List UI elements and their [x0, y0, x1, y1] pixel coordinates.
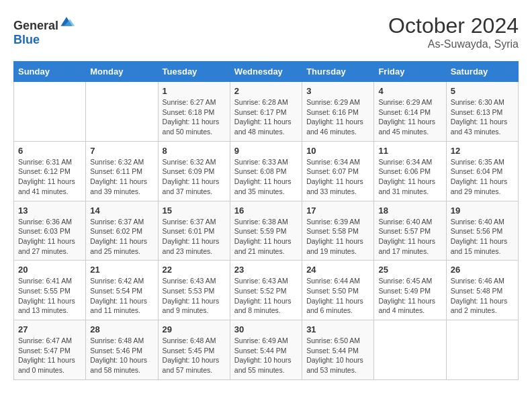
- day-number: 5: [451, 86, 514, 96]
- calendar-cell: [86, 82, 158, 142]
- day-header-wednesday: Wednesday: [230, 62, 302, 82]
- day-info: Sunrise: 6:50 AM Sunset: 5:44 PM Dayligh…: [306, 336, 369, 375]
- day-info: Sunrise: 6:39 AM Sunset: 5:58 PM Dayligh…: [306, 217, 369, 257]
- day-number: 12: [451, 146, 514, 156]
- calendar-cell: 3Sunrise: 6:29 AM Sunset: 6:16 PM Daylig…: [302, 82, 374, 142]
- day-info: Sunrise: 6:38 AM Sunset: 5:59 PM Dayligh…: [234, 217, 298, 257]
- calendar-cell: 4Sunrise: 6:29 AM Sunset: 6:14 PM Daylig…: [374, 82, 446, 142]
- logo: General Blue: [13, 13, 75, 47]
- calendar-cell: 30Sunrise: 6:49 AM Sunset: 5:44 PM Dayli…: [230, 320, 302, 380]
- day-info: Sunrise: 6:34 AM Sunset: 6:06 PM Dayligh…: [378, 157, 441, 197]
- week-row: 20Sunrise: 6:41 AM Sunset: 5:55 PM Dayli…: [14, 261, 519, 320]
- day-header-tuesday: Tuesday: [158, 62, 230, 82]
- day-number: 19: [451, 205, 514, 216]
- title-block: October 2024 As-Suwayda, Syria: [388, 13, 519, 50]
- day-header-sunday: Sunday: [14, 62, 86, 82]
- header-row: SundayMondayTuesdayWednesdayThursdayFrid…: [14, 62, 519, 82]
- calendar-cell: 7Sunrise: 6:32 AM Sunset: 6:11 PM Daylig…: [86, 141, 158, 201]
- day-number: 17: [306, 205, 369, 216]
- calendar-cell: [446, 320, 518, 380]
- day-number: 9: [234, 146, 298, 156]
- calendar-cell: 17Sunrise: 6:39 AM Sunset: 5:58 PM Dayli…: [302, 201, 374, 261]
- week-row: 1Sunrise: 6:27 AM Sunset: 6:18 PM Daylig…: [14, 82, 519, 142]
- day-number: 6: [18, 146, 81, 156]
- calendar-cell: 2Sunrise: 6:28 AM Sunset: 6:17 PM Daylig…: [230, 82, 302, 142]
- calendar-cell: 27Sunrise: 6:47 AM Sunset: 5:47 PM Dayli…: [14, 320, 86, 380]
- day-header-monday: Monday: [86, 62, 158, 82]
- day-number: 25: [378, 265, 441, 275]
- day-number: 26: [451, 265, 514, 275]
- calendar-cell: 11Sunrise: 6:34 AM Sunset: 6:06 PM Dayli…: [374, 141, 446, 201]
- month-title: October 2024: [388, 13, 519, 38]
- calendar-cell: 14Sunrise: 6:37 AM Sunset: 6:02 PM Dayli…: [86, 201, 158, 261]
- calendar-cell: 15Sunrise: 6:37 AM Sunset: 6:01 PM Dayli…: [158, 201, 230, 261]
- day-info: Sunrise: 6:29 AM Sunset: 6:16 PM Dayligh…: [306, 97, 369, 137]
- calendar-cell: 22Sunrise: 6:43 AM Sunset: 5:53 PM Dayli…: [158, 261, 230, 320]
- calendar-cell: 25Sunrise: 6:45 AM Sunset: 5:49 PM Dayli…: [374, 261, 446, 320]
- day-info: Sunrise: 6:44 AM Sunset: 5:50 PM Dayligh…: [306, 276, 369, 316]
- calendar-cell: 23Sunrise: 6:43 AM Sunset: 5:52 PM Dayli…: [230, 261, 302, 320]
- day-number: 18: [378, 205, 441, 216]
- day-number: 13: [18, 205, 81, 216]
- day-info: Sunrise: 6:34 AM Sunset: 6:07 PM Dayligh…: [306, 157, 369, 197]
- logo-blue: Blue: [13, 33, 40, 46]
- calendar-cell: 21Sunrise: 6:42 AM Sunset: 5:54 PM Dayli…: [86, 261, 158, 320]
- calendar-cell: 26Sunrise: 6:46 AM Sunset: 5:48 PM Dayli…: [446, 261, 518, 320]
- calendar-cell: 13Sunrise: 6:36 AM Sunset: 6:03 PM Dayli…: [14, 201, 86, 261]
- day-number: 21: [90, 265, 153, 275]
- day-info: Sunrise: 6:32 AM Sunset: 6:09 PM Dayligh…: [163, 157, 226, 197]
- day-info: Sunrise: 6:46 AM Sunset: 5:48 PM Dayligh…: [451, 276, 514, 316]
- day-number: 4: [378, 86, 441, 96]
- day-number: 15: [163, 205, 226, 216]
- calendar-cell: 9Sunrise: 6:33 AM Sunset: 6:08 PM Daylig…: [230, 141, 302, 201]
- calendar-cell: 5Sunrise: 6:30 AM Sunset: 6:13 PM Daylig…: [446, 82, 518, 142]
- calendar-cell: 31Sunrise: 6:50 AM Sunset: 5:44 PM Dayli…: [302, 320, 374, 380]
- day-number: 31: [306, 324, 369, 334]
- calendar-cell: 12Sunrise: 6:35 AM Sunset: 6:04 PM Dayli…: [446, 141, 518, 201]
- calendar-cell: [14, 82, 86, 142]
- day-header-saturday: Saturday: [446, 62, 518, 82]
- day-number: 29: [163, 324, 226, 334]
- day-number: 14: [90, 205, 153, 216]
- day-info: Sunrise: 6:42 AM Sunset: 5:54 PM Dayligh…: [90, 276, 153, 316]
- calendar-table: SundayMondayTuesdayWednesdayThursdayFrid…: [13, 61, 519, 380]
- day-number: 10: [306, 146, 369, 156]
- day-number: 28: [90, 324, 153, 334]
- day-info: Sunrise: 6:47 AM Sunset: 5:47 PM Dayligh…: [18, 336, 81, 375]
- calendar-cell: 28Sunrise: 6:48 AM Sunset: 5:46 PM Dayli…: [86, 320, 158, 380]
- day-info: Sunrise: 6:45 AM Sunset: 5:49 PM Dayligh…: [378, 276, 441, 316]
- calendar-cell: 24Sunrise: 6:44 AM Sunset: 5:50 PM Dayli…: [302, 261, 374, 320]
- day-info: Sunrise: 6:40 AM Sunset: 5:57 PM Dayligh…: [378, 217, 441, 257]
- day-number: 7: [90, 146, 153, 156]
- day-number: 24: [306, 265, 369, 275]
- day-number: 23: [234, 265, 298, 275]
- day-info: Sunrise: 6:48 AM Sunset: 5:45 PM Dayligh…: [163, 336, 226, 375]
- calendar-cell: [374, 320, 446, 380]
- day-number: 16: [234, 205, 298, 216]
- day-number: 2: [234, 86, 298, 96]
- calendar-cell: 29Sunrise: 6:48 AM Sunset: 5:45 PM Dayli…: [158, 320, 230, 380]
- day-info: Sunrise: 6:31 AM Sunset: 6:12 PM Dayligh…: [18, 157, 81, 197]
- day-header-friday: Friday: [374, 62, 446, 82]
- day-number: 22: [163, 265, 226, 275]
- day-info: Sunrise: 6:32 AM Sunset: 6:11 PM Dayligh…: [90, 157, 153, 197]
- calendar-cell: 16Sunrise: 6:38 AM Sunset: 5:59 PM Dayli…: [230, 201, 302, 261]
- day-info: Sunrise: 6:41 AM Sunset: 5:55 PM Dayligh…: [18, 276, 81, 316]
- day-info: Sunrise: 6:28 AM Sunset: 6:17 PM Dayligh…: [234, 97, 298, 137]
- calendar-cell: 20Sunrise: 6:41 AM Sunset: 5:55 PM Dayli…: [14, 261, 86, 320]
- day-info: Sunrise: 6:30 AM Sunset: 6:13 PM Dayligh…: [451, 97, 514, 137]
- calendar-cell: 10Sunrise: 6:34 AM Sunset: 6:07 PM Dayli…: [302, 141, 374, 201]
- day-info: Sunrise: 6:29 AM Sunset: 6:14 PM Dayligh…: [378, 97, 441, 137]
- logo-general: General: [13, 19, 58, 32]
- day-info: Sunrise: 6:43 AM Sunset: 5:53 PM Dayligh…: [163, 276, 226, 316]
- calendar-cell: 18Sunrise: 6:40 AM Sunset: 5:57 PM Dayli…: [374, 201, 446, 261]
- day-number: 8: [163, 146, 226, 156]
- day-number: 3: [306, 86, 369, 96]
- day-info: Sunrise: 6:35 AM Sunset: 6:04 PM Dayligh…: [451, 157, 514, 197]
- day-number: 27: [18, 324, 81, 334]
- day-info: Sunrise: 6:40 AM Sunset: 5:56 PM Dayligh…: [451, 217, 514, 257]
- calendar-cell: 19Sunrise: 6:40 AM Sunset: 5:56 PM Dayli…: [446, 201, 518, 261]
- day-number: 30: [234, 324, 298, 334]
- day-info: Sunrise: 6:48 AM Sunset: 5:46 PM Dayligh…: [90, 336, 153, 375]
- logo-icon: [58, 13, 75, 30]
